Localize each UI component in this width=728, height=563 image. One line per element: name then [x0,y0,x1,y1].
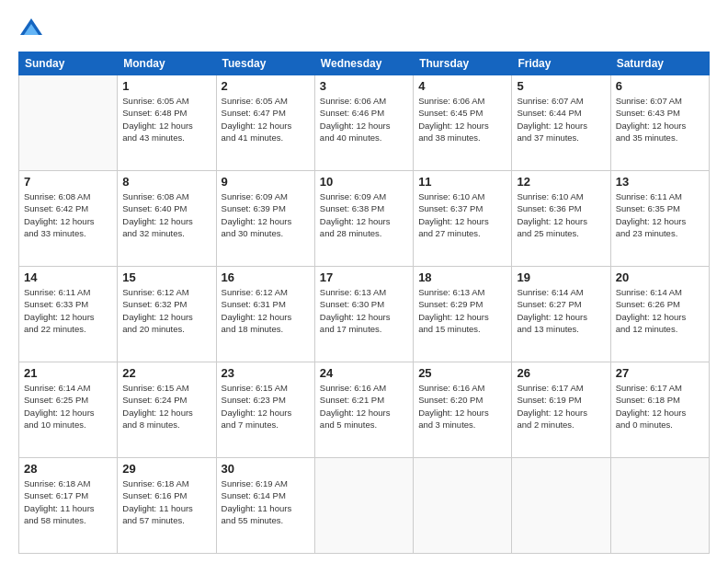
day-info: Sunrise: 6:07 AMSunset: 6:44 PMDaylight:… [517,95,605,144]
weekday-header: Sunday [19,52,118,75]
calendar-cell: 22Sunrise: 6:15 AMSunset: 6:24 PMDayligh… [118,362,216,458]
day-number: 18 [418,270,506,284]
day-info: Sunrise: 6:18 AMSunset: 6:17 PMDaylight:… [24,477,112,526]
day-info: Sunrise: 6:18 AMSunset: 6:16 PMDaylight:… [122,477,210,526]
calendar-week-row: 14Sunrise: 6:11 AMSunset: 6:33 PMDayligh… [19,267,710,362]
calendar-cell [610,458,709,554]
day-number: 6 [616,79,704,93]
day-info: Sunrise: 6:17 AMSunset: 6:18 PMDaylight:… [616,382,704,431]
day-number: 16 [222,270,310,284]
page: SundayMondayTuesdayWednesdayThursdayFrid… [0,0,728,563]
logo-icon [18,17,44,42]
day-number: 22 [122,366,210,380]
day-info: Sunrise: 6:13 AMSunset: 6:29 PMDaylight:… [418,286,506,335]
day-info: Sunrise: 6:14 AMSunset: 6:26 PMDaylight:… [616,286,704,335]
calendar-cell [414,458,512,554]
day-info: Sunrise: 6:16 AMSunset: 6:21 PMDaylight:… [320,382,408,431]
day-info: Sunrise: 6:10 AMSunset: 6:37 PMDaylight:… [418,190,506,239]
day-number: 3 [320,79,408,93]
day-info: Sunrise: 6:11 AMSunset: 6:35 PMDaylight:… [616,190,704,239]
day-info: Sunrise: 6:14 AMSunset: 6:27 PMDaylight:… [517,286,605,335]
day-number: 8 [122,175,210,189]
calendar-cell: 23Sunrise: 6:15 AMSunset: 6:23 PMDayligh… [216,362,314,458]
calendar-cell: 18Sunrise: 6:13 AMSunset: 6:29 PMDayligh… [414,267,512,362]
calendar-week-row: 28Sunrise: 6:18 AMSunset: 6:17 PMDayligh… [19,458,710,554]
calendar-cell: 24Sunrise: 6:16 AMSunset: 6:21 PMDayligh… [314,362,413,458]
calendar-cell: 1Sunrise: 6:05 AMSunset: 6:48 PMDaylight… [118,75,216,171]
calendar-week-row: 1Sunrise: 6:05 AMSunset: 6:48 PMDaylight… [19,75,710,171]
calendar-cell: 16Sunrise: 6:12 AMSunset: 6:31 PMDayligh… [216,267,314,362]
calendar-cell [19,75,118,171]
day-info: Sunrise: 6:16 AMSunset: 6:20 PMDaylight:… [418,382,506,431]
day-number: 10 [320,175,408,189]
calendar-cell: 13Sunrise: 6:11 AMSunset: 6:35 PMDayligh… [610,171,709,267]
day-info: Sunrise: 6:15 AMSunset: 6:24 PMDaylight:… [122,382,210,431]
calendar-cell: 10Sunrise: 6:09 AMSunset: 6:38 PMDayligh… [314,171,413,267]
day-info: Sunrise: 6:05 AMSunset: 6:48 PMDaylight:… [122,95,210,144]
day-number: 15 [122,270,210,284]
day-number: 28 [24,462,112,476]
day-info: Sunrise: 6:06 AMSunset: 6:46 PMDaylight:… [320,95,408,144]
header [18,17,710,42]
day-number: 19 [517,270,605,284]
day-info: Sunrise: 6:05 AMSunset: 6:47 PMDaylight:… [222,95,310,144]
day-info: Sunrise: 6:07 AMSunset: 6:43 PMDaylight:… [616,95,704,144]
calendar-week-row: 21Sunrise: 6:14 AMSunset: 6:25 PMDayligh… [19,362,710,458]
calendar-cell: 26Sunrise: 6:17 AMSunset: 6:19 PMDayligh… [512,362,610,458]
calendar-cell: 9Sunrise: 6:09 AMSunset: 6:39 PMDaylight… [216,171,314,267]
day-info: Sunrise: 6:19 AMSunset: 6:14 PMDaylight:… [222,477,310,526]
day-info: Sunrise: 6:06 AMSunset: 6:45 PMDaylight:… [418,95,506,144]
calendar-cell: 20Sunrise: 6:14 AMSunset: 6:26 PMDayligh… [610,267,709,362]
day-info: Sunrise: 6:11 AMSunset: 6:33 PMDaylight:… [24,286,112,335]
calendar-cell: 29Sunrise: 6:18 AMSunset: 6:16 PMDayligh… [118,458,216,554]
day-number: 21 [24,366,112,380]
calendar-cell: 12Sunrise: 6:10 AMSunset: 6:36 PMDayligh… [512,171,610,267]
day-number: 2 [222,79,310,93]
day-number: 5 [517,79,605,93]
calendar-week-row: 7Sunrise: 6:08 AMSunset: 6:42 PMDaylight… [19,171,710,267]
weekday-header: Tuesday [216,52,314,75]
day-number: 17 [320,270,408,284]
day-number: 1 [122,79,210,93]
calendar-cell: 21Sunrise: 6:14 AMSunset: 6:25 PMDayligh… [19,362,118,458]
day-number: 20 [616,270,704,284]
calendar-cell: 15Sunrise: 6:12 AMSunset: 6:32 PMDayligh… [118,267,216,362]
day-number: 25 [418,366,506,380]
weekday-row: SundayMondayTuesdayWednesdayThursdayFrid… [19,52,710,75]
day-number: 27 [616,366,704,380]
calendar-cell: 3Sunrise: 6:06 AMSunset: 6:46 PMDaylight… [314,75,413,171]
day-number: 13 [616,175,704,189]
day-number: 14 [24,270,112,284]
day-info: Sunrise: 6:14 AMSunset: 6:25 PMDaylight:… [24,382,112,431]
day-number: 23 [222,366,310,380]
calendar-cell [314,458,413,554]
weekday-header: Thursday [414,52,512,75]
day-info: Sunrise: 6:08 AMSunset: 6:40 PMDaylight:… [122,190,210,239]
day-info: Sunrise: 6:15 AMSunset: 6:23 PMDaylight:… [222,382,310,431]
calendar-cell: 11Sunrise: 6:10 AMSunset: 6:37 PMDayligh… [414,171,512,267]
day-info: Sunrise: 6:13 AMSunset: 6:30 PMDaylight:… [320,286,408,335]
calendar-table: SundayMondayTuesdayWednesdayThursdayFrid… [18,52,710,554]
calendar-header: SundayMondayTuesdayWednesdayThursdayFrid… [19,52,710,75]
calendar-cell: 25Sunrise: 6:16 AMSunset: 6:20 PMDayligh… [414,362,512,458]
day-info: Sunrise: 6:09 AMSunset: 6:38 PMDaylight:… [320,190,408,239]
day-number: 24 [320,366,408,380]
day-info: Sunrise: 6:12 AMSunset: 6:31 PMDaylight:… [222,286,310,335]
calendar-body: 1Sunrise: 6:05 AMSunset: 6:48 PMDaylight… [19,75,710,554]
calendar-cell: 14Sunrise: 6:11 AMSunset: 6:33 PMDayligh… [19,267,118,362]
day-number: 30 [222,462,310,476]
weekday-header: Monday [118,52,216,75]
day-info: Sunrise: 6:12 AMSunset: 6:32 PMDaylight:… [122,286,210,335]
calendar-cell: 5Sunrise: 6:07 AMSunset: 6:44 PMDaylight… [512,75,610,171]
day-number: 29 [122,462,210,476]
weekday-header: Saturday [610,52,709,75]
calendar-cell: 6Sunrise: 6:07 AMSunset: 6:43 PMDaylight… [610,75,709,171]
day-number: 12 [517,175,605,189]
day-info: Sunrise: 6:17 AMSunset: 6:19 PMDaylight:… [517,382,605,431]
day-number: 7 [24,175,112,189]
calendar-cell: 7Sunrise: 6:08 AMSunset: 6:42 PMDaylight… [19,171,118,267]
day-number: 9 [222,175,310,189]
day-number: 26 [517,366,605,380]
weekday-header: Wednesday [314,52,413,75]
day-number: 11 [418,175,506,189]
